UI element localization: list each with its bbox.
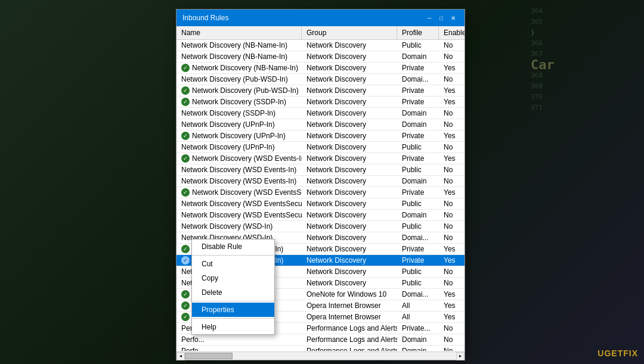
table-row[interactable]: ✓ Network Discovery (WSD EventsSecure-In… — [177, 187, 465, 198]
cell-group: Network Discovery — [302, 164, 397, 175]
check-icon: ✓ — [181, 245, 190, 253]
table-row[interactable]: ✓ Network Discovery (SSDP-In) Network Di… — [177, 97, 465, 108]
menu-item-cut[interactable]: Cut — [192, 257, 274, 271]
menu-separator — [192, 255, 274, 256]
cell-group: Network Discovery — [302, 97, 397, 107]
check-icon: ✓ — [181, 256, 190, 265]
cell-enabled: Yes — [439, 130, 465, 141]
cell-profile: Domain — [397, 176, 439, 186]
table-row[interactable]: ✓ Network Discovery (UPnP-In) Network Di… — [177, 130, 465, 142]
scroll-right-button[interactable]: ▸ — [456, 352, 465, 360]
horizontal-scrollbar[interactable]: ◂ ▸ — [177, 351, 465, 360]
table-row[interactable]: Network Discovery (Pub-WSD-In) Network D… — [177, 74, 465, 85]
cell-group: Network Discovery — [302, 198, 397, 209]
cell-enabled: No — [439, 40, 465, 51]
table-row[interactable]: Network Discovery (WSD EventsSecure-In) … — [177, 198, 465, 210]
cell-enabled: No — [439, 51, 465, 62]
cell-enabled: No — [439, 266, 465, 277]
table-row[interactable]: ✓ Network Discovery (NB-Name-In) Network… — [177, 63, 465, 74]
table-row[interactable]: Network Discovery (UPnP-In) Network Disc… — [177, 142, 465, 153]
cell-profile: Private — [397, 187, 439, 198]
scroll-thumb[interactable] — [185, 353, 233, 359]
col-name[interactable]: Name — [177, 26, 302, 39]
cell-name: ✓ Network Discovery (UPnP-In) — [177, 130, 302, 141]
table-row[interactable]: Network Discovery (NB-Name-In) Network D… — [177, 40, 465, 51]
minimize-button[interactable]: ─ — [424, 13, 435, 23]
cell-enabled: No — [439, 198, 465, 209]
cell-name: Network Discovery (WSD Events-In) — [177, 176, 302, 186]
table-row[interactable]: Network Discovery (UPnP-In) Network Disc… — [177, 119, 465, 130]
table-row[interactable]: Network Discovery (WSD Events-In) Networ… — [177, 164, 465, 176]
table-row[interactable]: Perfo... Performance Logs and Alerts Dom… — [177, 346, 465, 351]
cell-profile: Domain — [397, 334, 439, 345]
cell-group: Opera Internet Browser — [302, 300, 397, 311]
cell-name: Network Discovery (UPnP-In) — [177, 142, 302, 153]
cell-enabled: No — [439, 278, 465, 288]
cell-group: Network Discovery — [302, 63, 397, 73]
cell-enabled: Yes — [439, 85, 465, 96]
table-row[interactable]: Network Discovery (WSD EventsSecure-In) … — [177, 210, 465, 221]
cell-group: Network Discovery — [302, 51, 397, 62]
check-icon: ✓ — [181, 64, 190, 72]
col-profile[interactable]: Profile — [397, 26, 439, 39]
cell-group: Network Discovery — [302, 255, 397, 266]
cell-enabled: No — [439, 119, 465, 130]
menu-item-copy[interactable]: Copy — [192, 271, 274, 285]
menu-item-delete[interactable]: Delete — [192, 285, 274, 300]
cell-group: Network Discovery — [302, 266, 397, 277]
scroll-left-button[interactable]: ◂ — [177, 352, 185, 360]
cell-enabled: No — [439, 108, 465, 119]
table-row[interactable]: ✓ Network Discovery (WSD Events-In) Netw… — [177, 153, 465, 164]
check-icon: ✓ — [181, 313, 190, 321]
table-row[interactable]: Network Discovery (WSD-In) Network Disco… — [177, 221, 465, 232]
cell-name: Network Discovery (WSD EventsSecure-In) — [177, 210, 302, 220]
cell-profile: Public — [397, 266, 439, 277]
table-row[interactable]: Perfo... Performance Logs and Alerts Dom… — [177, 334, 465, 346]
scroll-track[interactable] — [185, 352, 456, 360]
cell-profile: Private — [397, 97, 439, 107]
cell-profile: Public — [397, 164, 439, 175]
cell-name: Network Discovery (UPnP-In) — [177, 119, 302, 130]
cell-profile: Private — [397, 255, 439, 266]
dialog-title: Inbound Rules — [182, 14, 228, 22]
cell-profile: Domain — [397, 119, 439, 130]
check-icon: ✓ — [181, 154, 190, 163]
table-row[interactable]: Network Discovery (NB-Name-In) Network D… — [177, 51, 465, 63]
cell-enabled: Yes — [439, 97, 465, 107]
maximize-button[interactable]: □ — [436, 13, 447, 23]
cell-name: Network Discovery (NB-Name-In) — [177, 40, 302, 51]
cell-enabled: Yes — [439, 255, 465, 266]
cell-profile: Private — [397, 244, 439, 254]
cell-enabled: No — [439, 323, 465, 334]
close-button[interactable]: ✕ — [448, 13, 459, 23]
cell-group: Network Discovery — [302, 210, 397, 220]
cell-profile: Domain — [397, 108, 439, 119]
cell-enabled: No — [439, 346, 465, 351]
table-row[interactable]: Network Discovery (WSD Events-In) Networ… — [177, 176, 465, 187]
cell-name: ✓ Network Discovery (WSD EventsSecure-In… — [177, 187, 302, 198]
cell-group: Performance Logs and Alerts — [302, 346, 397, 351]
cell-group: Network Discovery — [302, 187, 397, 198]
watermark: UGETFIX — [597, 349, 638, 358]
cell-group: Network Discovery — [302, 119, 397, 130]
cell-profile: Domai... — [397, 289, 439, 300]
check-icon: ✓ — [181, 98, 190, 106]
cell-enabled: Yes — [439, 300, 465, 311]
col-group[interactable]: Group — [302, 26, 397, 39]
cell-profile: Domai... — [397, 232, 439, 243]
col-enabled[interactable]: Enabled — [439, 26, 465, 39]
background-code: 364 365 } 366 367 Car 368 369 370 371 — [525, 0, 644, 364]
cell-profile: Private — [397, 85, 439, 96]
cell-group: Network Discovery — [302, 153, 397, 164]
cell-name: Network Discovery (SSDP-In) — [177, 108, 302, 119]
menu-separator-3 — [192, 318, 274, 319]
cell-name: Network Discovery (WSD-In) — [177, 221, 302, 232]
cell-group: Network Discovery — [302, 142, 397, 153]
menu-item-disable-rule[interactable]: Disable Rule — [192, 239, 274, 254]
table-row[interactable]: ✓ Network Discovery (Pub-WSD-In) Network… — [177, 85, 465, 97]
cell-group: Network Discovery — [302, 108, 397, 119]
table-row[interactable]: Network Discovery (SSDP-In) Network Disc… — [177, 108, 465, 119]
cell-group: Network Discovery — [302, 85, 397, 96]
menu-item-properties[interactable]: Properties — [192, 303, 274, 317]
menu-item-help[interactable]: Help — [192, 320, 274, 334]
